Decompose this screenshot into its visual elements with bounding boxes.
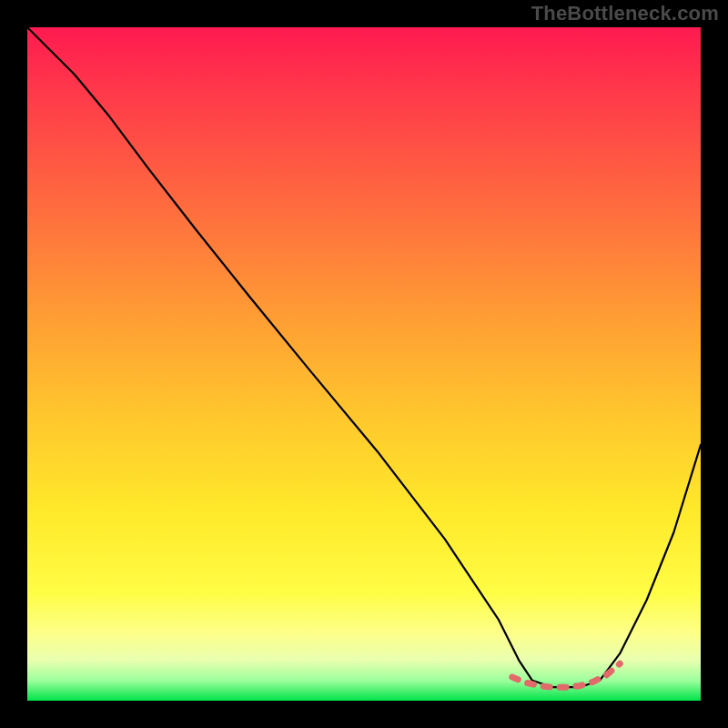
bottleneck-curve [27,27,701,687]
curve-layer [27,27,701,701]
chart-frame: TheBottleneck.com [0,0,728,728]
plot-area [27,27,701,701]
watermark-text: TheBottleneck.com [531,2,719,25]
